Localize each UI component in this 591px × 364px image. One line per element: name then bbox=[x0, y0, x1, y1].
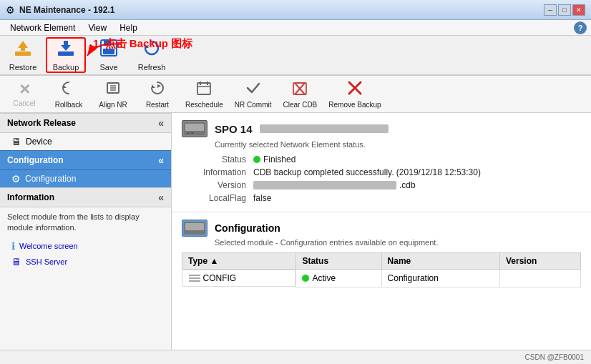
maximize-button[interactable]: □ bbox=[558, 4, 571, 16]
col-version[interactable]: Version bbox=[500, 253, 581, 270]
remove-backup-button[interactable]: Remove Backup bbox=[323, 78, 386, 111]
cell-type: CONFIG bbox=[182, 270, 296, 287]
version-blurred bbox=[253, 181, 396, 190]
rollback-icon bbox=[61, 80, 77, 99]
row-status-dot bbox=[302, 275, 309, 282]
svg-rect-0 bbox=[15, 51, 31, 56]
cancel-label: Cancel bbox=[13, 99, 35, 107]
cell-version bbox=[500, 270, 581, 287]
reschedule-label: Reschedule bbox=[185, 101, 223, 109]
welcome-screen-link[interactable]: ℹ Welcome screen bbox=[0, 238, 171, 254]
backup-label: Backup bbox=[53, 63, 79, 72]
nr-commit-button[interactable]: NR Commit bbox=[230, 78, 277, 111]
save-button[interactable]: Save bbox=[89, 37, 129, 73]
minimize-button[interactable]: ─ bbox=[544, 4, 557, 16]
sidebar-section-information[interactable]: Information « bbox=[0, 187, 171, 207]
help-icon[interactable]: ? bbox=[574, 21, 587, 34]
nr-commit-label: NR Commit bbox=[235, 101, 272, 109]
rollback-button[interactable]: Rollback bbox=[47, 78, 90, 111]
config-section: Configuration Selected module - Configur… bbox=[172, 212, 591, 295]
refresh-label: Refresh bbox=[138, 63, 166, 72]
info-text: Select module from the lists to display … bbox=[0, 207, 171, 238]
localflag-value: false bbox=[253, 193, 271, 203]
config-device-icon bbox=[182, 220, 207, 237]
clear-cdb-label: Clear CDB bbox=[283, 101, 317, 109]
menu-view[interactable]: View bbox=[82, 21, 112, 34]
menu-network-element[interactable]: Network Element bbox=[4, 21, 81, 34]
save-label: Save bbox=[99, 63, 117, 72]
spo-device-icon bbox=[182, 120, 207, 137]
backup-icon bbox=[57, 39, 75, 62]
col-name[interactable]: Name bbox=[381, 253, 499, 270]
collapse-icon: « bbox=[158, 117, 164, 129]
status-dot-green bbox=[253, 156, 260, 163]
footer: CSDN @ZFB0001 bbox=[0, 350, 591, 364]
cancel-button[interactable]: ✕ Cancel bbox=[3, 78, 46, 111]
right-panel: SPO 14 Currently selected Network Elemen… bbox=[172, 113, 591, 350]
device-icon: 🖥 bbox=[11, 136, 21, 147]
information-value: CDB backup completed successfully. (2019… bbox=[253, 167, 481, 177]
version-row: Version .cdb bbox=[189, 179, 581, 192]
cancel-icon: ✕ bbox=[19, 81, 31, 98]
svg-rect-30 bbox=[185, 223, 204, 230]
title-bar: ⚙ NE Maintenance - 192.1 ─ □ ✕ bbox=[0, 0, 591, 20]
spo-subtitle: Currently selected Network Element statu… bbox=[215, 140, 581, 149]
clear-cdb-button[interactable]: Clear CDB bbox=[278, 78, 322, 111]
align-nr-label: Align NR bbox=[99, 101, 127, 109]
restart-button[interactable]: Restart bbox=[136, 78, 179, 111]
clear-cdb-icon bbox=[292, 80, 308, 99]
window-title: NE Maintenance - 192.1 bbox=[19, 5, 114, 15]
config-icon: ⚙ bbox=[11, 173, 21, 185]
sidebar-section-configuration[interactable]: Configuration « bbox=[0, 150, 171, 170]
svg-marker-15 bbox=[157, 84, 161, 88]
restore-label: Restore bbox=[9, 63, 37, 72]
close-button[interactable]: ✕ bbox=[572, 4, 585, 16]
svg-rect-6 bbox=[103, 49, 114, 54]
backup-button[interactable]: Backup bbox=[46, 37, 86, 73]
refresh-button[interactable]: Refresh bbox=[132, 37, 172, 73]
status-value: Finished bbox=[253, 154, 296, 164]
window-controls: ─ □ ✕ bbox=[544, 4, 585, 16]
restore-button[interactable]: Restore bbox=[3, 37, 43, 73]
information-row: Information CDB backup completed success… bbox=[189, 166, 581, 179]
server-icon: 🖥 bbox=[11, 256, 21, 267]
information-label: Information bbox=[189, 167, 253, 177]
svg-rect-2 bbox=[58, 51, 74, 56]
remove-backup-label: Remove Backup bbox=[328, 101, 381, 109]
align-nr-icon bbox=[105, 80, 121, 99]
ssh-server-link[interactable]: 🖥 SSH Server bbox=[0, 254, 171, 270]
sidebar-item-configuration[interactable]: ⚙ Configuration bbox=[0, 170, 171, 187]
svg-marker-7 bbox=[145, 44, 149, 48]
menu-help[interactable]: Help bbox=[114, 21, 143, 34]
align-nr-button[interactable]: Align NR bbox=[92, 78, 135, 111]
save-icon bbox=[99, 39, 118, 62]
collapse-info-icon: « bbox=[158, 192, 164, 203]
svg-marker-9 bbox=[63, 84, 67, 88]
remove-backup-icon bbox=[347, 80, 363, 99]
config-subtitle: Selected module - Configuration entries … bbox=[215, 238, 581, 247]
localflag-row: LocalFlag false bbox=[189, 192, 581, 205]
svg-marker-1 bbox=[18, 41, 28, 51]
collapse-config-icon: « bbox=[158, 154, 164, 166]
version-value: .cdb bbox=[253, 180, 416, 190]
toolbar: Restore Backup Save Refresh bbox=[0, 36, 591, 76]
spo-section: SPO 14 Currently selected Network Elemen… bbox=[172, 113, 591, 212]
refresh-icon bbox=[142, 39, 161, 62]
sidebar-section-network-release[interactable]: Network Release « bbox=[0, 113, 171, 133]
main-content: Network Release « 🖥 Device Configuration… bbox=[0, 113, 591, 350]
table-row: CONFIG Active Configuration bbox=[182, 270, 581, 287]
status-row: Status Finished bbox=[189, 153, 581, 166]
cell-name: Configuration bbox=[381, 270, 499, 287]
spo-id-blurred bbox=[260, 124, 389, 133]
svg-rect-5 bbox=[104, 40, 111, 46]
col-status[interactable]: Status bbox=[296, 253, 381, 270]
reschedule-button[interactable]: Reschedule bbox=[180, 78, 228, 111]
sidebar-item-device[interactable]: 🖥 Device bbox=[0, 133, 171, 150]
svg-rect-27 bbox=[187, 132, 190, 134]
config-type-icon bbox=[189, 274, 200, 282]
restore-icon bbox=[14, 39, 32, 62]
config-title: Configuration bbox=[215, 222, 280, 234]
col-type[interactable]: Type ▲ bbox=[182, 253, 296, 270]
svg-rect-28 bbox=[191, 132, 194, 134]
spo-title: SPO 14 bbox=[215, 123, 253, 135]
